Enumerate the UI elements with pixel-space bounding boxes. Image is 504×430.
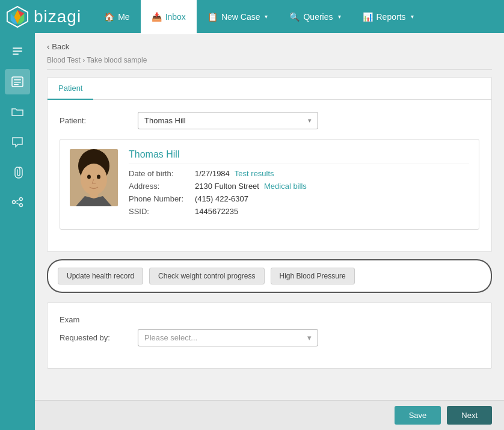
- requested-by-value: Please select... ▾: [138, 329, 479, 346]
- test-results-link[interactable]: Test results: [235, 169, 274, 178]
- nav-inbox[interactable]: 📥 Inbox: [141, 0, 197, 33]
- nav-reports-label: Reports: [376, 12, 406, 22]
- phone-row: Phone Number: (415) 422-6307: [129, 194, 469, 203]
- layout: ‹ Back Blood Test › Take blood sample Pa…: [0, 33, 504, 430]
- nav-reports[interactable]: 📊 Reports ▾: [352, 0, 425, 33]
- svg-rect-8: [13, 54, 19, 55]
- save-button[interactable]: Save: [395, 406, 441, 425]
- tab-patient[interactable]: Patient: [48, 78, 93, 100]
- blood-pressure-button[interactable]: High Blood Pressure: [271, 268, 355, 284]
- back-link[interactable]: ‹ Back: [47, 42, 492, 51]
- home-icon: 🏠: [104, 12, 114, 22]
- svg-point-15: [20, 204, 23, 207]
- phone-label: Phone Number:: [129, 194, 195, 203]
- patient-select-value: Thomas Hill: [144, 116, 186, 125]
- sidebar-item-folder[interactable]: [5, 99, 30, 124]
- exam-card: Exam Requested by: Please select... ▾: [47, 303, 492, 369]
- action-buttons-container: Update health record Check weight contro…: [47, 259, 492, 293]
- svg-line-17: [16, 203, 20, 204]
- svg-rect-7: [13, 51, 22, 52]
- nav-inbox-label: Inbox: [165, 12, 186, 22]
- reports-icon: 📊: [363, 12, 373, 22]
- patient-photo: [70, 149, 118, 206]
- dob-label: Date of birth:: [129, 169, 195, 178]
- address-label: Address:: [129, 182, 195, 191]
- sidebar-item-form[interactable]: [5, 39, 30, 64]
- svg-rect-12: [14, 84, 19, 85]
- phone-value: (415) 422-6307: [195, 194, 248, 203]
- patient-field-value: Thomas Hill ▾: [138, 112, 479, 129]
- address-row: Address: 2130 Fulton Street Medical bill…: [129, 182, 469, 191]
- address-value: 2130 Fulton Street: [195, 182, 259, 191]
- ssid-label: SSID:: [129, 207, 195, 216]
- newcase-caret-icon: ▾: [265, 13, 268, 20]
- medical-bills-link[interactable]: Medical bills: [264, 182, 307, 191]
- requested-by-caret-icon: ▾: [307, 333, 312, 342]
- inbox-icon: 📥: [152, 12, 162, 22]
- nav-newcase-label: New Case: [221, 12, 260, 22]
- bizagi-logo-icon: [6, 5, 29, 28]
- svg-rect-6: [13, 48, 22, 49]
- exam-label: Exam: [60, 315, 479, 324]
- ssid-value: 1445672235: [195, 207, 238, 216]
- logo-text: bizagi: [34, 7, 81, 26]
- back-label: Back: [52, 42, 69, 51]
- sidebar: [0, 33, 35, 430]
- svg-point-14: [20, 198, 23, 201]
- requested-by-section: Requested by: Please select... ▾: [60, 329, 479, 346]
- svg-point-13: [13, 201, 16, 204]
- update-health-button[interactable]: Update health record: [58, 268, 143, 284]
- nav-me[interactable]: 🏠 Me: [93, 0, 140, 33]
- patient-field-row: Patient: Thomas Hill ▾: [60, 112, 479, 129]
- requested-by-placeholder: Please select...: [144, 333, 197, 342]
- dob-value: 1/27/1984: [195, 169, 230, 178]
- newcase-icon: 📋: [207, 12, 218, 22]
- reports-caret-icon: ▾: [411, 13, 414, 20]
- nav-queries[interactable]: 🔍 Queries ▾: [278, 0, 351, 33]
- bottom-bar: Save Next: [35, 400, 504, 430]
- svg-point-21: [87, 175, 91, 179]
- top-nav: bizagi 🏠 Me 📥 Inbox 📋 New Case ▾ 🔍 Queri…: [0, 0, 504, 33]
- patient-select[interactable]: Thomas Hill ▾: [138, 112, 318, 129]
- tab-patient-label: Patient: [58, 84, 82, 93]
- patient-select-caret-icon: ▾: [308, 117, 312, 124]
- queries-caret-icon: ▾: [338, 13, 341, 20]
- main-content: ‹ Back Blood Test › Take blood sample Pa…: [35, 33, 504, 430]
- requested-by-label: Requested by:: [60, 333, 138, 342]
- tab-header: Patient: [48, 78, 491, 100]
- weight-check-button[interactable]: Check weight control progress: [149, 268, 264, 284]
- patient-details: Thomas Hill Date of birth: 1/27/1984 Tes…: [129, 149, 469, 220]
- sidebar-item-attachment[interactable]: [5, 159, 30, 185]
- nav-queries-label: Queries: [303, 12, 333, 22]
- breadcrumb: Blood Test › Take blood sample: [47, 56, 492, 70]
- back-chevron-icon: ‹: [47, 42, 49, 51]
- sidebar-item-chat[interactable]: [5, 129, 30, 155]
- patient-name: Thomas Hill: [129, 149, 469, 164]
- svg-point-22: [97, 175, 100, 179]
- sidebar-item-list[interactable]: [5, 69, 30, 94]
- dob-row: Date of birth: 1/27/1984 Test results: [129, 169, 469, 178]
- next-button[interactable]: Next: [447, 406, 492, 425]
- svg-rect-10: [14, 79, 21, 81]
- logo: bizagi: [6, 5, 81, 28]
- requested-by-select[interactable]: Please select... ▾: [138, 329, 318, 346]
- requested-by-row: Requested by: Please select... ▾: [60, 329, 479, 346]
- sidebar-item-process[interactable]: [5, 189, 30, 215]
- patient-info-box: Thomas Hill Date of birth: 1/27/1984 Tes…: [60, 139, 479, 230]
- ssid-row: SSID: 1445672235: [129, 207, 469, 216]
- nav-me-label: Me: [118, 12, 129, 22]
- patient-card: Patient Patient: Thomas Hill ▾: [47, 77, 492, 252]
- exam-card-body: Exam Requested by: Please select... ▾: [48, 303, 491, 368]
- svg-rect-11: [14, 82, 21, 83]
- patient-field-label: Patient:: [60, 116, 138, 125]
- breadcrumb-text: Blood Test › Take blood sample: [47, 56, 147, 64]
- queries-icon: 🔍: [289, 12, 300, 22]
- card-body: Patient: Thomas Hill ▾: [48, 100, 491, 251]
- nav-new-case[interactable]: 📋 New Case ▾: [197, 0, 279, 33]
- svg-line-16: [16, 200, 20, 201]
